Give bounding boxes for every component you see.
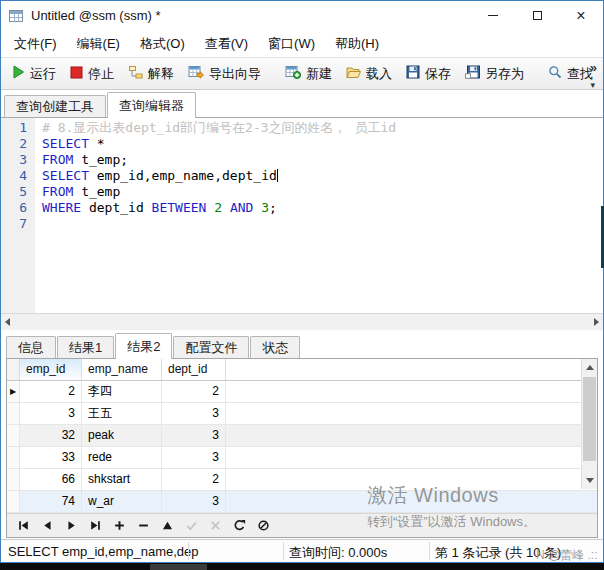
nav-insert-button[interactable]: [109, 517, 129, 535]
nav-first-button[interactable]: [13, 517, 33, 535]
sql-token: SELECT: [42, 136, 89, 151]
table-cell[interactable]: shkstart: [82, 469, 162, 490]
code-line[interactable]: 6WHERE dept_id BETWEEN 2 AND 3;: [1, 200, 603, 216]
table-row[interactable]: 3王五3: [7, 403, 597, 425]
nav-refresh-button[interactable]: [229, 517, 249, 535]
table-cell[interactable]: 2: [20, 381, 82, 402]
stop-button[interactable]: 停止: [63, 60, 121, 88]
nav-last-button[interactable]: [85, 517, 105, 535]
minimize-button[interactable]: [471, 1, 515, 30]
table-cell[interactable]: 32: [20, 425, 82, 446]
table-cell[interactable]: 66: [20, 469, 82, 490]
line-number: 3: [1, 152, 35, 168]
table-cell[interactable]: 3: [162, 403, 226, 424]
save-button[interactable]: 保存: [399, 60, 458, 88]
tab-query-builder[interactable]: 查询创建工具: [4, 95, 106, 117]
table-cell[interactable]: 2: [162, 469, 226, 490]
sql-token: FROM: [42, 184, 73, 199]
row-selector[interactable]: [7, 403, 20, 424]
save-as-button[interactable]: 另存为: [458, 60, 531, 88]
table-cell[interactable]: 3: [162, 491, 226, 512]
maximize-button[interactable]: [515, 1, 559, 30]
scrollbar-thumb[interactable]: [583, 377, 596, 461]
nav-delete-button[interactable]: [133, 517, 153, 535]
sql-token: AND: [230, 200, 253, 215]
menu-view[interactable]: 查看(V): [195, 31, 258, 57]
nav-edit-button[interactable]: [157, 517, 177, 535]
menu-window[interactable]: 窗口(W): [258, 31, 325, 57]
menu-help[interactable]: 帮助(H): [325, 31, 389, 57]
column-header-emp-name[interactable]: emp_name: [82, 359, 162, 380]
code-line[interactable]: 7: [1, 216, 603, 232]
row-selector[interactable]: [7, 425, 20, 446]
table-cell[interactable]: 3: [162, 447, 226, 468]
row-selector[interactable]: [7, 491, 20, 512]
scroll-up-icon[interactable]: [586, 365, 594, 370]
run-button[interactable]: 运行: [5, 60, 63, 88]
nav-previous-button[interactable]: [37, 517, 57, 535]
toolbar-overflow[interactable]: » ▾: [583, 59, 599, 90]
nav-next-button[interactable]: [61, 517, 81, 535]
row-selector[interactable]: ▶: [7, 381, 20, 402]
query-tabstrip: 查询创建工具 查询编辑器: [1, 90, 603, 117]
tab-profile[interactable]: 配置文件: [173, 336, 249, 358]
grid-header-filler: [226, 359, 597, 380]
menu-file[interactable]: 文件(F): [4, 31, 67, 57]
export-wizard-button[interactable]: 导出向导: [181, 60, 268, 88]
table-cell[interactable]: 2: [162, 381, 226, 402]
table-cell[interactable]: 李四: [82, 381, 162, 402]
code-line[interactable]: 5FROM t_emp: [1, 184, 603, 200]
sql-editor[interactable]: 1# 8.显示出表dept_id部门编号在2-3之间的姓名， 员工id2SELE…: [1, 117, 603, 313]
grid-vertical-scrollbar[interactable]: [581, 359, 597, 489]
nav-cancel-button[interactable]: [253, 517, 273, 535]
row-filler: [226, 403, 597, 424]
scroll-down-icon[interactable]: [586, 478, 594, 483]
table-cell[interactable]: 3: [20, 403, 82, 424]
tab-result-1[interactable]: 结果1: [57, 336, 114, 358]
tab-result-2[interactable]: 结果2: [115, 333, 172, 359]
table-cell[interactable]: w_ar: [82, 491, 162, 512]
table-cell[interactable]: peak: [82, 425, 162, 446]
run-label: 运行: [30, 65, 56, 83]
row-selector[interactable]: [7, 447, 20, 468]
scroll-right-icon[interactable]: [594, 318, 599, 326]
table-cell[interactable]: rede: [82, 447, 162, 468]
tab-messages[interactable]: 信息: [6, 336, 56, 358]
stop-label: 停止: [88, 65, 114, 83]
tab-status[interactable]: 状态: [250, 336, 300, 358]
table-row[interactable]: 32peak3: [7, 425, 597, 447]
current-row-marker-icon: ▶: [10, 387, 16, 396]
table-row[interactable]: 66shkstart2: [7, 469, 597, 491]
status-divider: [429, 542, 430, 560]
grid-body: ▶2李四23王五332peak333rede366shkstart274w_ar…: [7, 381, 597, 513]
table-cell[interactable]: 3: [162, 425, 226, 446]
code-line[interactable]: 4SELECT emp_id,emp_name,dept_id: [1, 168, 603, 184]
table-row[interactable]: 74w_ar3: [7, 491, 597, 513]
code-line[interactable]: 2SELECT *: [1, 136, 603, 152]
column-header-dept-id[interactable]: dept_id: [162, 359, 226, 380]
new-icon: [285, 65, 301, 82]
new-button[interactable]: 新建: [278, 60, 339, 88]
menu-edit[interactable]: 编辑(E): [67, 31, 130, 57]
table-cell[interactable]: 33: [20, 447, 82, 468]
code-line[interactable]: 1# 8.显示出表dept_id部门编号在2-3之间的姓名， 员工id: [1, 120, 603, 136]
nav-post-button[interactable]: [181, 517, 201, 535]
table-row[interactable]: ▶2李四2: [7, 381, 597, 403]
explain-button[interactable]: 解释: [121, 60, 181, 88]
tab-query-editor[interactable]: 查询编辑器: [107, 92, 196, 118]
table-row[interactable]: 33rede3: [7, 447, 597, 469]
scroll-left-icon[interactable]: [5, 318, 10, 326]
menu-format[interactable]: 格式(O): [130, 31, 195, 57]
row-selector[interactable]: [7, 469, 20, 490]
table-cell[interactable]: 74: [20, 491, 82, 512]
line-number: 1: [1, 120, 35, 136]
code-line[interactable]: 3FROM t_emp;: [1, 152, 603, 168]
close-button[interactable]: ×: [559, 1, 603, 30]
close-icon: ×: [576, 8, 585, 24]
nav-revert-button[interactable]: [205, 517, 225, 535]
load-button[interactable]: 载入: [339, 60, 399, 88]
result-grid: emp_id emp_name dept_id ▶2李四23王五332peak3…: [7, 359, 597, 513]
column-header-emp-id[interactable]: emp_id: [20, 359, 82, 380]
editor-horizontal-scrollbar[interactable]: [1, 313, 603, 330]
table-cell[interactable]: 王五: [82, 403, 162, 424]
